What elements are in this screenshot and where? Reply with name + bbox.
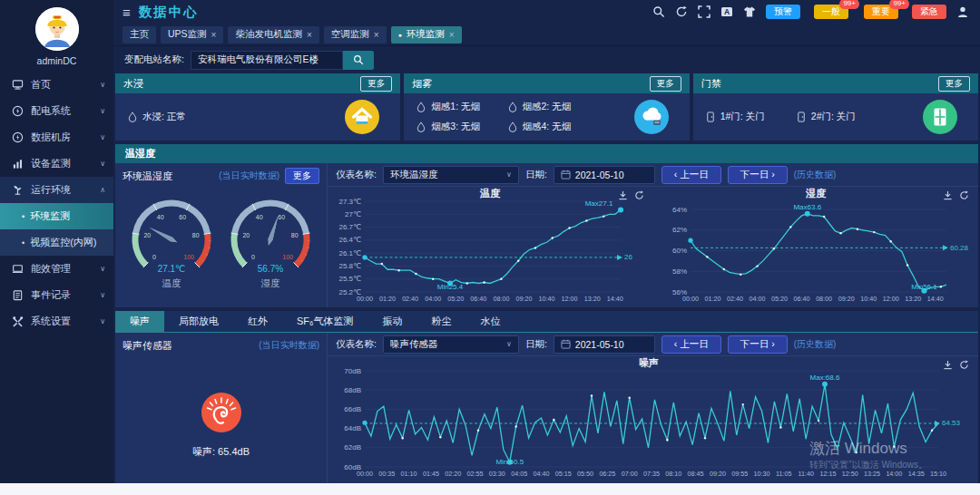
tab-vibration[interactable]: 振动 bbox=[368, 311, 417, 332]
menu-toggle-icon[interactable]: ≡ bbox=[122, 5, 131, 19]
chevron-down-icon: ∨ bbox=[100, 81, 105, 89]
sidebar-item-label: 系统设置 bbox=[31, 315, 71, 328]
station-search-label: 变配电站名称: bbox=[124, 53, 184, 66]
svg-text:01:10: 01:10 bbox=[401, 470, 417, 478]
svg-text:25.8℃: 25.8℃ bbox=[338, 262, 361, 270]
close-icon[interactable]: × bbox=[307, 30, 312, 40]
svg-text:02:40: 02:40 bbox=[727, 295, 743, 303]
alert-important-button[interactable]: 重要99+ bbox=[864, 5, 898, 19]
meter-select[interactable]: 噪声传感器∨ bbox=[383, 335, 519, 354]
tab-hvac[interactable]: 空调监测× bbox=[324, 26, 387, 44]
sidebar-item-environment[interactable]: 运行环境 ∧ bbox=[0, 177, 113, 203]
download-icon[interactable] bbox=[943, 360, 953, 370]
tab-home[interactable]: 主页 bbox=[122, 26, 156, 44]
user-icon[interactable] bbox=[956, 5, 969, 18]
sidebar-item-settings[interactable]: 系统设置 ∨ bbox=[0, 308, 113, 335]
refresh-icon[interactable] bbox=[675, 5, 688, 18]
date-picker[interactable]: 2021-05-10 bbox=[554, 335, 655, 354]
svg-text:14:40: 14:40 bbox=[607, 295, 623, 303]
svg-text:00:00: 00:00 bbox=[682, 295, 699, 303]
svg-text:0: 0 bbox=[251, 254, 255, 260]
noise-panel: 噪声 局部放电 红外 SF₆气体监测 振动 粉尘 水位 噪声传感器 (当日实时数… bbox=[115, 311, 978, 495]
svg-text:02:20: 02:20 bbox=[445, 470, 461, 478]
sidebar-item-home[interactable]: 首页 ∨ bbox=[0, 72, 113, 98]
theme-shirt-icon[interactable] bbox=[743, 5, 756, 18]
chevron-up-icon: ∧ bbox=[100, 186, 105, 194]
alert-general-button[interactable]: 一般99+ bbox=[814, 5, 848, 19]
environment-icon bbox=[12, 184, 24, 196]
station-search-input[interactable] bbox=[191, 51, 343, 70]
chevron-down-icon: ∨ bbox=[100, 133, 105, 141]
date-picker[interactable]: 2021-05-10 bbox=[554, 166, 655, 184]
submenu-label: 环境监测 bbox=[30, 209, 70, 223]
sidebar-item-energy[interactable]: 能效管理 ∨ bbox=[0, 256, 113, 282]
svg-text:10:40: 10:40 bbox=[860, 295, 877, 303]
avatar[interactable] bbox=[35, 7, 79, 51]
sidebar: adminDC 首页 ∨ 配电系统 ∨ 数据机房 ∨ 设备监测 ∨ bbox=[0, 0, 113, 495]
translate-icon[interactable]: A bbox=[720, 5, 733, 18]
tab-infrared[interactable]: 红外 bbox=[233, 311, 282, 332]
tools-icon bbox=[12, 315, 24, 327]
next-day-button[interactable]: 下一日 › bbox=[728, 335, 788, 354]
more-button[interactable]: 更多 bbox=[650, 76, 681, 92]
sidebar-subitem-env-monitor[interactable]: • 环境监测 bbox=[0, 203, 113, 229]
chevron-down-icon: ∨ bbox=[100, 160, 105, 168]
svg-text:04:40: 04:40 bbox=[533, 470, 549, 478]
prev-day-button[interactable]: ‹ 上一日 bbox=[662, 335, 721, 354]
chevron-down-icon: ∨ bbox=[100, 291, 105, 299]
sidebar-item-events[interactable]: 事件记录 ∨ bbox=[0, 282, 113, 308]
more-button[interactable]: 更多 bbox=[938, 76, 970, 92]
prev-day-button[interactable]: ‹ 上一日 bbox=[662, 166, 721, 184]
droplet-icon bbox=[416, 121, 426, 132]
tab-sf6-gas[interactable]: SF₆气体监测 bbox=[282, 311, 368, 332]
alert-warning-button[interactable]: 预警 bbox=[766, 5, 800, 19]
water-card: 水浸更多 水浸: 正常 bbox=[115, 73, 400, 141]
status-text: 烟感2: 无烟 bbox=[523, 101, 572, 113]
refresh-icon[interactable] bbox=[959, 360, 969, 370]
refresh-icon[interactable] bbox=[959, 190, 969, 200]
station-search-button[interactable] bbox=[343, 51, 374, 70]
door-access-icon bbox=[922, 99, 958, 135]
user-profile: adminDC bbox=[0, 0, 113, 72]
more-button[interactable]: 更多 bbox=[360, 76, 392, 92]
svg-text:08:45: 08:45 bbox=[688, 470, 704, 478]
download-icon[interactable] bbox=[943, 190, 953, 200]
realtime-label: (当日实时数据) bbox=[219, 170, 279, 182]
svg-text:60: 60 bbox=[278, 214, 285, 220]
history-data-link[interactable]: (历史数据) bbox=[794, 338, 837, 351]
calendar-icon bbox=[561, 170, 571, 180]
search-icon[interactable] bbox=[652, 5, 665, 18]
energy-icon bbox=[12, 263, 24, 275]
sidebar-item-power-distribution[interactable]: 配电系统 ∨ bbox=[0, 98, 113, 124]
sidebar-item-device-monitor[interactable]: 设备监测 ∨ bbox=[0, 150, 113, 177]
meter-select[interactable]: 环境温湿度∨ bbox=[383, 166, 519, 184]
history-data-link[interactable]: (历史数据) bbox=[794, 169, 837, 181]
tab-diesel[interactable]: 柴油发电机监测× bbox=[228, 26, 318, 44]
event-log-icon bbox=[12, 289, 24, 301]
svg-text:02:40: 02:40 bbox=[402, 295, 418, 303]
next-day-button[interactable]: 下一日 › bbox=[728, 166, 788, 184]
bullet-icon: • bbox=[22, 238, 24, 248]
tab-water-level[interactable]: 水位 bbox=[466, 311, 515, 332]
tab-partial-discharge[interactable]: 局部放电 bbox=[164, 311, 233, 332]
alert-urgent-button[interactable]: 紧急 bbox=[912, 5, 946, 19]
card-title: 水浸 bbox=[123, 77, 143, 91]
topbar-icons: A 预警 一般99+ 重要99+ 紧急 bbox=[652, 5, 969, 19]
more-button[interactable]: 更多 bbox=[285, 168, 319, 184]
close-icon[interactable]: × bbox=[449, 30, 455, 40]
tab-noise[interactable]: 噪声 bbox=[115, 311, 164, 332]
svg-text:05:50: 05:50 bbox=[577, 470, 593, 478]
status-text: 2#门: 关门 bbox=[811, 111, 856, 123]
close-icon[interactable]: × bbox=[211, 30, 217, 40]
svg-text:05:20: 05:20 bbox=[447, 295, 464, 303]
tab-dust[interactable]: 粉尘 bbox=[417, 311, 466, 332]
refresh-icon[interactable] bbox=[634, 190, 644, 200]
close-icon[interactable]: × bbox=[374, 30, 379, 40]
download-icon[interactable] bbox=[618, 190, 628, 200]
sidebar-subitem-video-monitor[interactable]: • 视频监控(内网) bbox=[0, 229, 113, 256]
fullscreen-icon[interactable] bbox=[698, 5, 710, 18]
tab-ups[interactable]: UPS监测× bbox=[161, 26, 223, 44]
tab-environment[interactable]: ●环境监测× bbox=[391, 26, 462, 44]
sidebar-item-data-room[interactable]: 数据机房 ∨ bbox=[0, 124, 113, 150]
submenu-label: 视频监控(内网) bbox=[30, 236, 96, 249]
